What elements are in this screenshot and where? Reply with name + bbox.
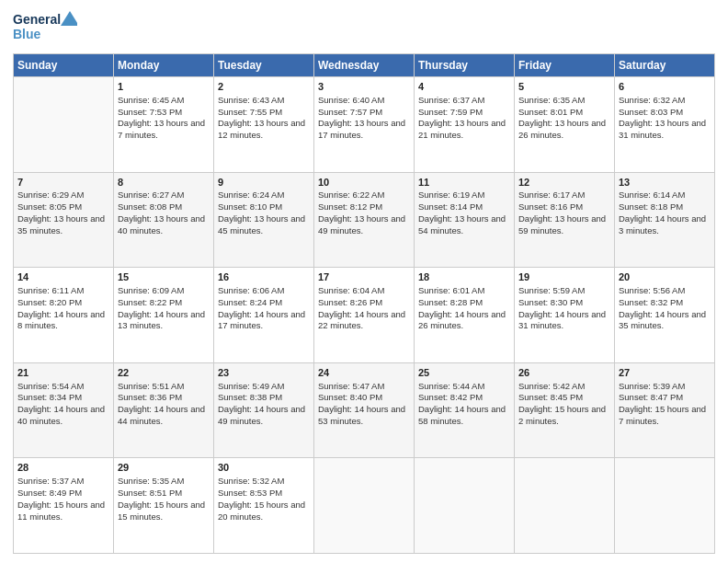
day-number: 20 bbox=[619, 270, 711, 284]
calendar-cell: 20Sunrise: 5:56 AMSunset: 8:32 PMDayligh… bbox=[615, 268, 715, 363]
daylight-text: Daylight: 14 hours and 3 minutes. bbox=[619, 213, 706, 236]
calendar-week-5: 28Sunrise: 5:37 AMSunset: 8:49 PMDayligh… bbox=[14, 458, 715, 554]
calendar-cell: 21Sunrise: 5:54 AMSunset: 8:34 PMDayligh… bbox=[14, 362, 114, 458]
daylight-text: Daylight: 14 hours and 53 minutes. bbox=[318, 404, 405, 426]
sunset-text: Sunset: 7:59 PM bbox=[418, 107, 483, 117]
day-number: 27 bbox=[619, 366, 711, 380]
calendar-cell: 27Sunrise: 5:39 AMSunset: 8:47 PMDayligh… bbox=[615, 362, 715, 458]
calendar-cell bbox=[615, 458, 715, 554]
calendar-header-row: SundayMondayTuesdayWednesdayThursdayFrid… bbox=[14, 54, 715, 77]
daylight-text: Daylight: 13 hours and 54 minutes. bbox=[418, 213, 506, 236]
daylight-text: Daylight: 13 hours and 59 minutes. bbox=[518, 213, 606, 236]
sunrise-text: Sunrise: 6:29 AM bbox=[17, 190, 84, 200]
daylight-text: Daylight: 15 hours and 11 minutes. bbox=[17, 500, 105, 522]
calendar-week-1: 1Sunrise: 6:45 AMSunset: 7:53 PMDaylight… bbox=[14, 77, 715, 173]
calendar-table: SundayMondayTuesdayWednesdayThursdayFrid… bbox=[13, 53, 715, 554]
calendar-cell: 25Sunrise: 5:44 AMSunset: 8:42 PMDayligh… bbox=[415, 362, 515, 458]
calendar-header-monday: Monday bbox=[114, 54, 214, 77]
sunrise-text: Sunrise: 6:43 AM bbox=[218, 95, 284, 105]
header: General Blue bbox=[13, 9, 715, 48]
day-number: 13 bbox=[619, 176, 711, 190]
calendar-header-thursday: Thursday bbox=[415, 54, 515, 77]
sunset-text: Sunset: 8:24 PM bbox=[218, 297, 282, 307]
sunset-text: Sunset: 8:12 PM bbox=[318, 201, 382, 212]
daylight-text: Daylight: 13 hours and 26 minutes. bbox=[518, 118, 606, 140]
calendar-cell bbox=[515, 458, 615, 554]
day-number: 18 bbox=[418, 270, 510, 284]
daylight-text: Daylight: 15 hours and 2 minutes. bbox=[518, 404, 606, 426]
calendar-cell bbox=[14, 77, 114, 173]
daylight-text: Daylight: 14 hours and 13 minutes. bbox=[118, 309, 205, 331]
day-number: 15 bbox=[118, 270, 210, 284]
day-number: 8 bbox=[118, 176, 210, 190]
daylight-text: Daylight: 13 hours and 12 minutes. bbox=[218, 118, 305, 140]
calendar-cell: 2Sunrise: 6:43 AMSunset: 7:55 PMDaylight… bbox=[214, 77, 314, 173]
sunset-text: Sunset: 8:34 PM bbox=[17, 392, 82, 402]
calendar-cell: 8Sunrise: 6:27 AMSunset: 8:08 PMDaylight… bbox=[114, 172, 214, 268]
calendar-cell: 13Sunrise: 6:14 AMSunset: 8:18 PMDayligh… bbox=[615, 172, 715, 268]
day-number: 14 bbox=[17, 270, 109, 284]
day-number: 2 bbox=[218, 80, 310, 94]
sunrise-text: Sunrise: 6:06 AM bbox=[218, 285, 284, 295]
day-number: 10 bbox=[318, 176, 410, 190]
sunset-text: Sunset: 8:16 PM bbox=[518, 201, 583, 212]
day-number: 11 bbox=[418, 176, 510, 190]
sunset-text: Sunset: 8:03 PM bbox=[619, 107, 683, 117]
sunset-text: Sunset: 7:55 PM bbox=[218, 107, 282, 117]
daylight-text: Daylight: 14 hours and 44 minutes. bbox=[118, 404, 205, 426]
sunrise-text: Sunrise: 5:49 AM bbox=[218, 381, 284, 391]
svg-marker-2 bbox=[61, 11, 77, 26]
sunrise-text: Sunrise: 5:51 AM bbox=[118, 381, 184, 391]
calendar-cell: 15Sunrise: 6:09 AMSunset: 8:22 PMDayligh… bbox=[114, 268, 214, 363]
daylight-text: Daylight: 13 hours and 7 minutes. bbox=[118, 118, 205, 140]
day-number: 21 bbox=[17, 366, 109, 380]
sunrise-text: Sunrise: 5:42 AM bbox=[518, 381, 585, 391]
day-number: 29 bbox=[118, 461, 210, 475]
calendar-week-4: 21Sunrise: 5:54 AMSunset: 8:34 PMDayligh… bbox=[14, 362, 715, 458]
sunrise-text: Sunrise: 6:19 AM bbox=[418, 190, 484, 200]
sunset-text: Sunset: 8:32 PM bbox=[619, 297, 683, 307]
calendar-cell bbox=[415, 458, 515, 554]
calendar-cell: 16Sunrise: 6:06 AMSunset: 8:24 PMDayligh… bbox=[214, 268, 314, 363]
daylight-text: Daylight: 14 hours and 26 minutes. bbox=[418, 309, 506, 331]
sunrise-text: Sunrise: 5:44 AM bbox=[418, 381, 484, 391]
sunset-text: Sunset: 7:57 PM bbox=[318, 107, 382, 117]
sunrise-text: Sunrise: 6:45 AM bbox=[118, 95, 184, 105]
sunset-text: Sunset: 8:22 PM bbox=[118, 297, 182, 307]
daylight-text: Daylight: 15 hours and 15 minutes. bbox=[118, 500, 205, 522]
sunset-text: Sunset: 7:53 PM bbox=[118, 107, 182, 117]
sunrise-text: Sunrise: 5:59 AM bbox=[518, 285, 585, 295]
daylight-text: Daylight: 14 hours and 49 minutes. bbox=[218, 404, 305, 426]
svg-text:General: General bbox=[13, 12, 61, 27]
sunrise-text: Sunrise: 5:54 AM bbox=[17, 381, 84, 391]
calendar-cell: 22Sunrise: 5:51 AMSunset: 8:36 PMDayligh… bbox=[114, 362, 214, 458]
sunset-text: Sunset: 8:01 PM bbox=[518, 107, 583, 117]
calendar-cell: 19Sunrise: 5:59 AMSunset: 8:30 PMDayligh… bbox=[515, 268, 615, 363]
calendar-cell: 14Sunrise: 6:11 AMSunset: 8:20 PMDayligh… bbox=[14, 268, 114, 363]
daylight-text: Daylight: 13 hours and 40 minutes. bbox=[118, 213, 205, 236]
day-number: 16 bbox=[218, 270, 310, 284]
day-number: 24 bbox=[318, 366, 410, 380]
daylight-text: Daylight: 15 hours and 20 minutes. bbox=[218, 500, 305, 522]
calendar-cell: 9Sunrise: 6:24 AMSunset: 8:10 PMDaylight… bbox=[214, 172, 314, 268]
daylight-text: Daylight: 14 hours and 17 minutes. bbox=[218, 309, 305, 331]
calendar-cell: 4Sunrise: 6:37 AMSunset: 7:59 PMDaylight… bbox=[415, 77, 515, 173]
sunset-text: Sunset: 8:53 PM bbox=[218, 488, 282, 498]
sunset-text: Sunset: 8:40 PM bbox=[318, 392, 382, 402]
day-number: 28 bbox=[17, 461, 109, 475]
sunset-text: Sunset: 8:26 PM bbox=[318, 297, 382, 307]
sunset-text: Sunset: 8:08 PM bbox=[118, 201, 182, 212]
calendar-cell: 5Sunrise: 6:35 AMSunset: 8:01 PMDaylight… bbox=[515, 77, 615, 173]
calendar-cell: 17Sunrise: 6:04 AMSunset: 8:26 PMDayligh… bbox=[314, 268, 415, 363]
day-number: 25 bbox=[418, 366, 510, 380]
calendar-week-3: 14Sunrise: 6:11 AMSunset: 8:20 PMDayligh… bbox=[14, 268, 715, 363]
sunrise-text: Sunrise: 6:17 AM bbox=[518, 190, 585, 200]
sunset-text: Sunset: 8:14 PM bbox=[418, 201, 483, 212]
day-number: 6 bbox=[619, 80, 711, 94]
calendar-week-2: 7Sunrise: 6:29 AMSunset: 8:05 PMDaylight… bbox=[14, 172, 715, 268]
daylight-text: Daylight: 14 hours and 31 minutes. bbox=[518, 309, 606, 331]
sunset-text: Sunset: 8:45 PM bbox=[518, 392, 583, 402]
sunrise-text: Sunrise: 6:27 AM bbox=[118, 190, 184, 200]
day-number: 5 bbox=[518, 80, 610, 94]
calendar-cell: 23Sunrise: 5:49 AMSunset: 8:38 PMDayligh… bbox=[214, 362, 314, 458]
